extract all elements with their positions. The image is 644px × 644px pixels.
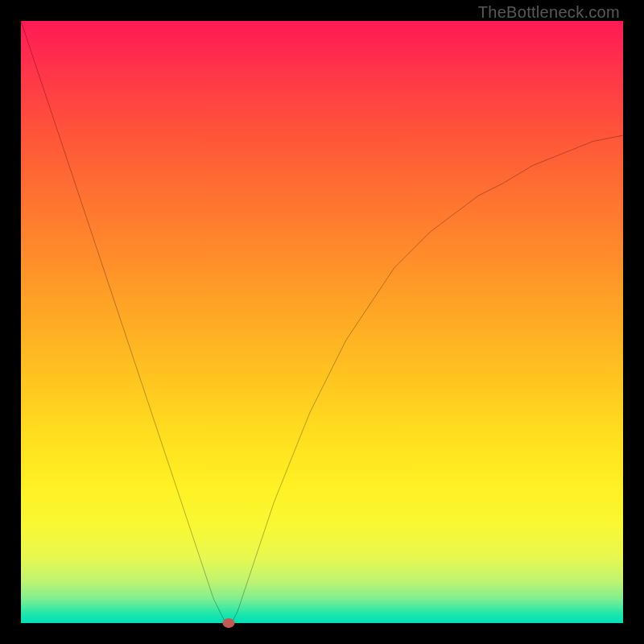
minimum-marker	[223, 618, 235, 628]
chart-plot-area	[21, 21, 623, 623]
curve-svg	[21, 21, 623, 623]
bottleneck-curve	[21, 21, 623, 623]
watermark-text: TheBottleneck.com	[478, 3, 620, 22]
